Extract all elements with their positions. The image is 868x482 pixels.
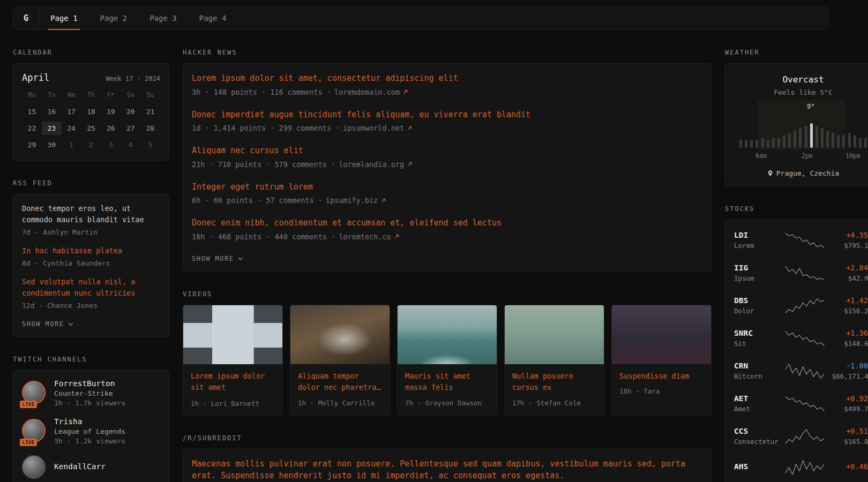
- hn-item: Donec enim nibh, condimentum et accumsan…: [192, 217, 702, 241]
- videos-section-title: VIDEOS: [183, 290, 712, 298]
- calendar-day: 15: [22, 105, 42, 118]
- weather-bar: [767, 140, 769, 148]
- stock-name: Sit: [734, 340, 779, 348]
- app-logo[interactable]: G: [13, 7, 39, 29]
- time-label: 6am: [755, 152, 767, 160]
- hn-item-link[interactable]: loremdomain.com: [334, 88, 400, 96]
- video-thumbnail[interactable]: [505, 305, 604, 364]
- hn-item-link[interactable]: ipsumworld.net: [343, 124, 404, 132]
- subreddit-post-title[interactable]: Maecenas mollis pulvinar erat non posuer…: [192, 458, 702, 482]
- video-title[interactable]: Suspendisse diam: [619, 371, 704, 382]
- stock-sparkline: [784, 363, 825, 379]
- video-card[interactable]: Aliquam tempor dolor nec pharetra… 1h · …: [290, 305, 390, 416]
- stock-values: -1.00% $66,171.48: [830, 362, 868, 380]
- video-title[interactable]: Lorem ipsum dolor sit amet consectetu…: [191, 371, 275, 394]
- rss-item-meta: 8d · Cynthia Saunders: [22, 259, 160, 267]
- stock-row[interactable]: AET Amet +0.92% $499.72: [734, 387, 868, 420]
- dashboard: G Page 1 Page 2 Page 3 Page 4 CALENDAR A…: [13, 6, 828, 482]
- video-thumbnail[interactable]: [612, 305, 711, 364]
- video-card-body: Lorem ipsum dolor sit amet consectetu… 1…: [183, 364, 282, 415]
- middle-column: HACKER NEWS Lorem ipsum dolor sit amet, …: [183, 49, 712, 482]
- hn-item-title[interactable]: Donec enim nibh, condimentum et accumsan…: [192, 217, 702, 229]
- external-link-icon: [407, 126, 412, 131]
- left-column: CALENDAR April Week 17 · 2024 Mo Tu We T…: [13, 49, 169, 482]
- calendar-dow: Fr: [101, 91, 121, 102]
- stock-row[interactable]: LDI Lorem +4.35% $795.18: [734, 224, 868, 257]
- weather-condition: Overcast: [734, 74, 868, 85]
- calendar-day: 17: [62, 105, 81, 118]
- channel-name[interactable]: ForrestBurton: [54, 379, 125, 388]
- video-thumbnail[interactable]: [398, 305, 497, 364]
- tab-page-1[interactable]: Page 1: [39, 7, 89, 29]
- video-card[interactable]: Mauris sit amet massa felis 7h · Grayson…: [397, 305, 497, 416]
- video-card[interactable]: Lorem ipsum dolor sit amet consectetu… 1…: [183, 305, 283, 416]
- tab-page-4[interactable]: Page 4: [188, 7, 238, 29]
- hn-item-title[interactable]: Lorem ipsum dolor sit amet, consectetur …: [192, 72, 702, 85]
- stock-row[interactable]: AHS +0.46%: [734, 453, 868, 482]
- twitch-widget: LIVE ForrestBurton Counter-Strike 1h · 1…: [13, 370, 169, 482]
- weather-time-labels: 6am 2pm 10pm: [739, 152, 867, 161]
- rss-item-title[interactable]: In hac habitasse platea: [22, 245, 160, 257]
- hn-item-title[interactable]: Integer eget rutrum lorem: [192, 181, 702, 193]
- rss-item-meta: 7d · Ashlyn Martin: [22, 228, 160, 236]
- stock-symbol: SNRC: [734, 329, 779, 337]
- tab-page-2[interactable]: Page 2: [89, 7, 139, 29]
- calendar-day: 18: [81, 105, 101, 118]
- video-thumbnail[interactable]: [183, 305, 282, 364]
- weather-bar: [750, 140, 753, 148]
- stocks-widget: LDI Lorem +4.35% $795.18 IIG Ipsum: [725, 220, 868, 482]
- hn-item-link[interactable]: loremtech.co: [339, 232, 391, 241]
- stock-row[interactable]: CRN Bitcorn -1.00% $66,171.48: [734, 355, 868, 387]
- stock-identity: DBS Dolor: [734, 296, 779, 315]
- calendar-day: 16: [42, 105, 62, 118]
- video-title[interactable]: Mauris sit amet massa felis: [405, 371, 489, 394]
- stock-change: +0.46%: [830, 462, 868, 471]
- hn-item-title[interactable]: Aliquam nec cursus elit: [192, 145, 702, 157]
- calendar-day: 27: [121, 122, 140, 135]
- stock-sparkline: [784, 265, 825, 281]
- twitch-channel-row[interactable]: LIVE ForrestBurton Counter-Strike 1h · 1…: [22, 379, 160, 407]
- calendar-day-today: 23: [42, 122, 62, 135]
- stock-row[interactable]: CCS Consectetur +0.51% $165.84: [734, 420, 868, 453]
- hn-item-meta: 1d · 1,414 points · 299 comments · ipsum…: [192, 124, 702, 132]
- channel-name[interactable]: KendallCarr: [54, 462, 106, 471]
- twitch-channel-row[interactable]: LIVE Trisha League of Legends 3h · 1.2k …: [22, 417, 160, 445]
- twitch-section: TWITCH CHANNELS LIVE ForrestBurton Count…: [13, 356, 169, 482]
- stock-name: Ipsum: [734, 274, 779, 282]
- rss-show-more-button[interactable]: SHOW MORE: [22, 320, 73, 328]
- rss-item-title[interactable]: Donec tempor eros leo, ut commodo mauris…: [22, 203, 160, 225]
- video-card-body: Mauris sit amet massa felis 7h · Grayson…: [398, 364, 497, 415]
- stock-identity: IIG Ipsum: [734, 263, 779, 282]
- channel-name[interactable]: Trisha: [54, 417, 125, 426]
- stock-sparkline: [784, 330, 825, 347]
- stock-row[interactable]: SNRC Sit +1.36% $148.64: [734, 322, 868, 355]
- stock-row[interactable]: IIG Ipsum +2.84% $42.04: [734, 257, 868, 289]
- video-title[interactable]: Nullam posuere cursus ex: [512, 371, 596, 394]
- hn-item-link[interactable]: loremlandia.org: [339, 160, 404, 169]
- video-thumbnail[interactable]: [290, 305, 390, 364]
- weather-location-text: Prague, Czechia: [776, 169, 839, 177]
- stock-sparkline: [784, 232, 825, 248]
- video-card[interactable]: Suspendisse diam 18h · Tara: [611, 305, 712, 416]
- stock-row[interactable]: DBS Dolor +1.42% $156.28: [734, 289, 868, 322]
- calendar-day-next-month: 3: [101, 138, 121, 152]
- tab-page-3[interactable]: Page 3: [138, 7, 188, 29]
- weather-bar: [848, 133, 851, 148]
- subreddit-section: /R/SUBREDDIT Maecenas mollis pulvinar er…: [183, 434, 712, 482]
- hn-item-link[interactable]: ipsumify.biz: [326, 196, 378, 205]
- channel-meta: 1h · 1.7k viewers: [54, 399, 125, 407]
- rss-item-title[interactable]: Sed volutpat nulla nisl, a condimentum n…: [22, 276, 160, 299]
- stock-name: Bitcorn: [734, 372, 779, 380]
- stock-name: Lorem: [734, 242, 779, 250]
- weather-bar: [842, 135, 845, 148]
- hn-item-title[interactable]: Donec imperdiet augue tincidunt felis al…: [192, 109, 702, 121]
- top-navigation-bar: G Page 1 Page 2 Page 3 Page 4: [13, 6, 828, 30]
- video-title[interactable]: Aliquam tempor dolor nec pharetra…: [298, 371, 382, 394]
- hn-show-more-button[interactable]: SHOW MORE: [192, 255, 243, 262]
- stock-symbol: DBS: [734, 296, 779, 305]
- calendar-day: 26: [101, 122, 121, 135]
- video-card[interactable]: Nullam posuere cursus ex 17h · Stefan Co…: [504, 305, 604, 416]
- location-pin-icon: [767, 170, 773, 177]
- calendar-section-title: CALENDAR: [13, 49, 169, 56]
- twitch-channel-row[interactable]: KendallCarr: [22, 455, 160, 480]
